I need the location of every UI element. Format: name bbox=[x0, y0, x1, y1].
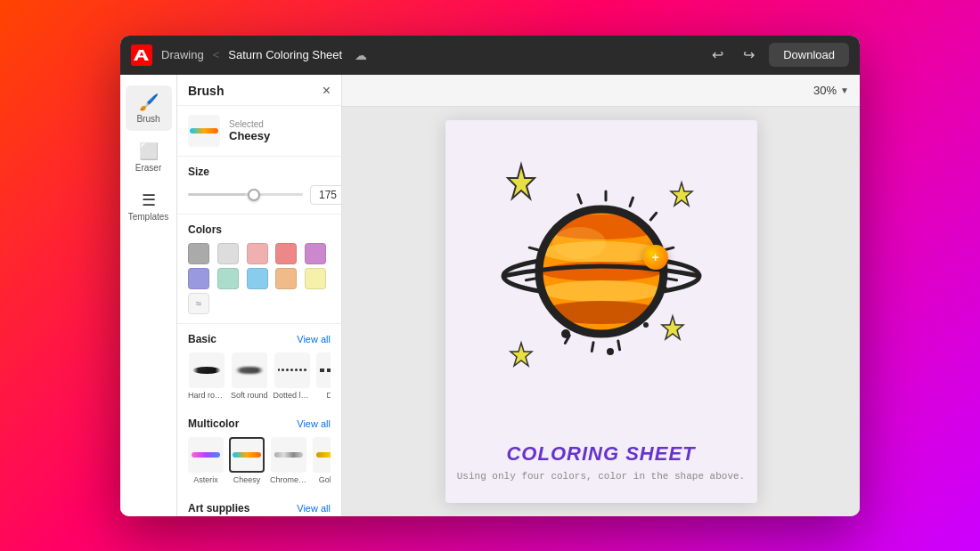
svg-line-7 bbox=[630, 198, 633, 206]
brush-gold[interactable]: Gold... bbox=[313, 437, 331, 484]
brush-cheesy[interactable]: Cheesy bbox=[229, 437, 265, 484]
zoom-level: 30% bbox=[813, 84, 837, 97]
multicolor-brush-section: Multicolor View all Asterix Chees bbox=[177, 409, 341, 484]
brush-hard-round[interactable]: Hard round bbox=[188, 352, 225, 400]
brush-asterix-label: Asterix bbox=[193, 475, 218, 484]
brush-gold-preview bbox=[313, 437, 331, 473]
color-grid: ≈ bbox=[188, 243, 331, 314]
color-swatch[interactable] bbox=[247, 268, 268, 289]
templates-icon: ☰ bbox=[142, 190, 156, 210]
sheet-title: COLORING SHEET bbox=[457, 442, 745, 466]
multicolor-section-title: Multicolor bbox=[188, 417, 239, 430]
svg-rect-0 bbox=[131, 45, 152, 66]
add-color-swatch[interactable]: ≈ bbox=[188, 293, 209, 314]
size-row bbox=[188, 185, 331, 205]
orange-cursor-ball[interactable] bbox=[643, 245, 668, 270]
zoom-dropdown-icon[interactable]: ▼ bbox=[840, 85, 849, 95]
artsupplies-brush-section: Art supplies View all Airbrush Ch bbox=[177, 493, 341, 516]
panel-header: Brush × bbox=[177, 75, 341, 106]
color-swatch[interactable] bbox=[188, 268, 209, 289]
redo-button[interactable]: ↪ bbox=[738, 43, 760, 67]
brush-dotted-preview bbox=[274, 352, 310, 388]
brush-soft-round[interactable]: Soft round bbox=[231, 352, 268, 400]
color-swatch[interactable] bbox=[305, 268, 326, 289]
brush-asterix-preview bbox=[188, 437, 224, 473]
svg-line-8 bbox=[650, 213, 656, 220]
size-section: Size bbox=[177, 157, 341, 215]
brush-dash-preview bbox=[316, 352, 331, 388]
basic-section-header: Basic View all bbox=[188, 333, 331, 345]
app-window: Drawing < Saturn Coloring Sheet ☁ ↩ ↪ Do… bbox=[120, 36, 860, 516]
main-content: 🖌️ Brush ⬜ Eraser ☰ Templates Brush × bbox=[120, 75, 860, 516]
multicolor-brush-grid: Asterix Cheesy Chrome rib... bbox=[188, 437, 331, 484]
sidebar-item-templates[interactable]: ☰ Templates bbox=[126, 183, 172, 229]
colors-label: Colors bbox=[188, 223, 331, 236]
document-name: Saturn Coloring Sheet bbox=[228, 48, 342, 61]
brush-chrome[interactable]: Chrome rib... bbox=[270, 437, 307, 484]
saturn-svg bbox=[468, 138, 735, 405]
svg-line-5 bbox=[577, 194, 580, 202]
brush-dash-label: Das bbox=[327, 391, 331, 400]
svg-marker-2 bbox=[671, 182, 692, 206]
adobe-logo-icon bbox=[131, 45, 152, 66]
eraser-label: Eraser bbox=[135, 163, 161, 173]
basic-view-all-button[interactable]: View all bbox=[297, 334, 331, 344]
undo-button[interactable]: ↩ bbox=[706, 43, 729, 67]
colors-section: Colors ≈ bbox=[177, 215, 341, 324]
color-swatch[interactable] bbox=[275, 268, 297, 289]
basic-section-title: Basic bbox=[188, 333, 216, 345]
sheet-subtitle: Using only four colors, color in the sha… bbox=[457, 471, 745, 482]
brush-dotted-line[interactable]: Dotted line bbox=[274, 352, 311, 400]
templates-label: Templates bbox=[128, 212, 169, 222]
color-swatch[interactable] bbox=[247, 243, 268, 264]
selected-name: Cheesy bbox=[229, 129, 270, 142]
multicolor-view-all-button[interactable]: View all bbox=[297, 418, 331, 429]
artsupplies-section-header: Art supplies View all bbox=[188, 502, 331, 515]
app-name: Drawing bbox=[161, 48, 204, 61]
brush-dotted-label: Dotted line bbox=[274, 391, 311, 400]
panel-close-button[interactable]: × bbox=[323, 84, 331, 98]
brush-dash[interactable]: Das bbox=[316, 352, 331, 400]
artsupplies-section-title: Art supplies bbox=[188, 502, 249, 515]
artsupplies-view-all-button[interactable]: View all bbox=[297, 503, 331, 514]
svg-line-9 bbox=[617, 340, 619, 349]
svg-line-10 bbox=[592, 342, 593, 351]
sidebar-icons: 🖌️ Brush ⬜ Eraser ☰ Templates bbox=[120, 75, 177, 516]
svg-point-19 bbox=[643, 322, 649, 328]
cloud-icon: ☁ bbox=[355, 48, 367, 62]
selected-label: Selected bbox=[229, 119, 270, 129]
multicolor-section-header: Multicolor View all bbox=[188, 417, 331, 430]
brush-hard-round-preview bbox=[189, 352, 225, 388]
brush-soft-round-label: Soft round bbox=[231, 391, 268, 400]
color-swatch[interactable] bbox=[217, 243, 239, 264]
titlebar: Drawing < Saturn Coloring Sheet ☁ ↩ ↪ Do… bbox=[120, 36, 860, 75]
canvas-toolbar: 30% ▼ bbox=[342, 75, 860, 107]
selected-brush-info: Selected Cheesy bbox=[229, 119, 270, 142]
brush-cheesy-preview bbox=[229, 437, 265, 473]
sidebar-item-eraser[interactable]: ⬜ Eraser bbox=[126, 134, 172, 180]
panel-title: Brush bbox=[188, 84, 224, 98]
color-swatch[interactable] bbox=[217, 268, 239, 289]
svg-marker-4 bbox=[662, 316, 683, 339]
brush-chrome-preview bbox=[271, 437, 306, 473]
size-label: Size bbox=[188, 166, 331, 178]
color-swatch[interactable] bbox=[275, 243, 297, 264]
sidebar-item-brush[interactable]: 🖌️ Brush bbox=[126, 85, 172, 131]
brush-icon: 🖌️ bbox=[139, 93, 159, 112]
download-button[interactable]: Download bbox=[769, 43, 849, 67]
color-swatch[interactable] bbox=[305, 243, 326, 264]
selected-brush-section: Selected Cheesy bbox=[177, 106, 341, 157]
size-slider[interactable] bbox=[188, 193, 303, 196]
canvas-viewport[interactable]: COLORING SHEET Using only four colors, c… bbox=[342, 107, 860, 516]
svg-marker-1 bbox=[508, 165, 535, 199]
size-input[interactable] bbox=[310, 185, 342, 205]
brush-soft-round-preview bbox=[232, 352, 267, 388]
svg-marker-3 bbox=[510, 343, 532, 366]
brush-chrome-label: Chrome rib... bbox=[270, 475, 307, 484]
brush-asterix[interactable]: Asterix bbox=[188, 437, 224, 484]
basic-brush-grid: Hard round Soft round bbox=[188, 352, 331, 400]
color-swatch[interactable] bbox=[188, 243, 209, 264]
brush-panel: Brush × Selected Cheesy Size bbox=[177, 75, 342, 516]
brush-cheesy-label: Cheesy bbox=[233, 475, 261, 484]
eraser-icon: ⬜ bbox=[139, 142, 159, 161]
